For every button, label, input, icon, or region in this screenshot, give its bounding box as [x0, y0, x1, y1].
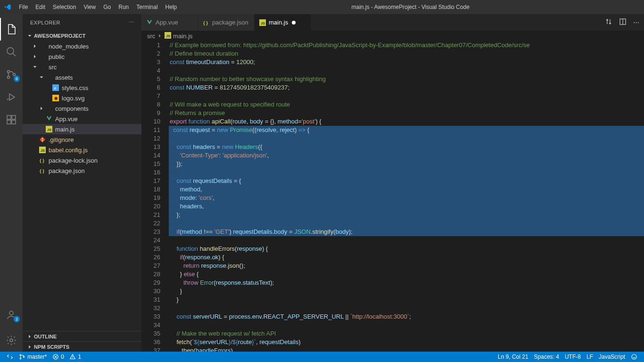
project-header[interactable]: AWESOMEPROJECT: [23, 31, 141, 41]
js-icon: JS: [45, 125, 53, 133]
code-editor[interactable]: 1234567891011121314151617181920212223242…: [141, 41, 644, 352]
svg-point-2: [8, 76, 10, 79]
activity-settings[interactable]: [0, 329, 23, 352]
menu-selection[interactable]: Selection: [49, 4, 80, 10]
status-encoding[interactable]: UTF-8: [562, 354, 584, 360]
svg-text:#: #: [54, 86, 57, 90]
tree-item-src[interactable]: src: [23, 62, 141, 72]
js-file-icon: JS: [165, 32, 171, 40]
json-icon: { }: [39, 167, 46, 174]
tabs: App.vue{ }package.jsonJSmain.js ⋯: [141, 14, 644, 31]
section-npm-scripts[interactable]: NPM SCRIPTS: [23, 341, 141, 352]
svg-rect-5: [7, 120, 11, 124]
window-title: main.js - AwesomeProject - Visual Studio…: [181, 4, 640, 10]
line-gutter: 1234567891011121314151617181920212223242…: [141, 41, 169, 352]
svg-point-0: [7, 48, 14, 54]
js-icon: JS: [39, 146, 46, 154]
menu-terminal[interactable]: Terminal: [132, 4, 161, 10]
folder-icon: [39, 53, 46, 60]
activity-accounts[interactable]: 2: [0, 304, 23, 326]
menu-go[interactable]: Go: [99, 4, 115, 10]
activitybar: 6 2: [0, 14, 23, 352]
tree-item-components[interactable]: components: [23, 103, 141, 114]
breadcrumb-file[interactable]: main.js: [173, 33, 192, 40]
split-editor-icon[interactable]: [619, 18, 627, 27]
status-branch[interactable]: master*: [16, 354, 50, 360]
status-language[interactable]: JavaScript: [596, 354, 628, 360]
tree-item-package-json[interactable]: { }package.json: [23, 165, 141, 176]
remote-icon[interactable]: [4, 354, 16, 360]
svg-point-16: [42, 138, 43, 140]
menu-file[interactable]: File: [15, 4, 32, 10]
vue-icon: [45, 115, 53, 123]
svg-icon: ✽: [52, 94, 59, 102]
svg-point-28: [20, 354, 21, 356]
svg-text:✽: ✽: [54, 96, 58, 101]
activity-explorer[interactable]: [0, 18, 23, 41]
more-actions-icon[interactable]: ⋯: [633, 19, 639, 26]
vscode-logo-icon: [4, 3, 11, 11]
status-eol[interactable]: LF: [584, 354, 596, 360]
css-icon: #: [52, 84, 59, 91]
menu-run[interactable]: Run: [115, 4, 132, 10]
vue-icon: [146, 19, 153, 26]
tree-item-styles-css[interactable]: #styles.css: [23, 82, 141, 93]
svg-rect-7: [12, 115, 16, 119]
status-problems[interactable]: 0 1: [50, 354, 84, 360]
editor-area: App.vue{ }package.jsonJSmain.js ⋯ src JS…: [141, 14, 644, 352]
menu-view[interactable]: View: [80, 4, 99, 10]
tree-item-public[interactable]: public: [23, 51, 141, 62]
file-tree: node_modulespublicsrcassets#styles.css✽l…: [23, 41, 141, 331]
activity-search[interactable]: [0, 41, 23, 63]
breadcrumbs[interactable]: src JS main.js: [141, 31, 644, 41]
accounts-badge: 2: [14, 316, 20, 322]
sidebar-header: EXPLORER ⋯: [23, 14, 141, 31]
activity-debug[interactable]: [0, 86, 23, 108]
project-name: AWESOMEPROJECT: [34, 33, 85, 39]
menu-help[interactable]: Help: [162, 4, 181, 10]
svg-text:JS: JS: [41, 148, 45, 153]
section-outline[interactable]: OUTLINE: [23, 331, 141, 341]
compare-changes-icon[interactable]: [605, 18, 612, 27]
svg-text:JS: JS: [166, 33, 171, 38]
svg-point-1: [8, 71, 10, 73]
status-spaces[interactable]: Spaces: 4: [531, 354, 562, 360]
status-feedback-icon[interactable]: [628, 354, 640, 360]
activity-extensions[interactable]: [0, 108, 23, 131]
svg-text:JS: JS: [47, 128, 52, 132]
tree-item-logo-svg[interactable]: ✽logo.svg: [23, 93, 141, 103]
folder-icon: [39, 63, 46, 71]
svg-text:{ }: { }: [40, 158, 44, 163]
tree-item-main-js[interactable]: JSmain.js: [23, 124, 141, 134]
tree-item-babel-config-js[interactable]: JSbabel.config.js: [23, 145, 141, 155]
tab-actions: ⋯: [600, 14, 644, 31]
explorer-more-icon[interactable]: ⋯: [129, 19, 134, 25]
menu-edit[interactable]: Edit: [32, 4, 49, 10]
js-icon: JS: [259, 19, 266, 26]
svg-point-32: [632, 354, 637, 360]
tree-item-package-lock-json[interactable]: { }package-lock.json: [23, 155, 141, 165]
svg-rect-4: [7, 115, 11, 119]
json-icon: { }: [39, 156, 46, 164]
code-content[interactable]: // Example borrowed from: https://github…: [169, 41, 644, 352]
breadcrumb-src[interactable]: src: [147, 33, 155, 40]
folder-icon: [39, 42, 46, 50]
svg-rect-6: [12, 120, 16, 124]
status-position[interactable]: Ln 9, Col 21: [495, 354, 531, 360]
tab-App-vue[interactable]: App.vue: [141, 14, 198, 31]
tab-package-json[interactable]: { }package.json: [198, 14, 255, 31]
folder-icon: [45, 105, 53, 112]
tab-main-js[interactable]: JSmain.js: [255, 14, 311, 31]
menubar: File Edit Selection View Go Run Terminal…: [0, 0, 644, 14]
tree-item-App-vue[interactable]: App.vue: [23, 114, 141, 124]
svg-text:JS: JS: [261, 21, 265, 25]
explorer-title: EXPLORER: [30, 20, 60, 25]
tree-item-assets[interactable]: assets: [23, 72, 141, 82]
activity-scm[interactable]: 6: [0, 63, 23, 86]
statusbar: master* 0 1 Ln 9, Col 21 Spaces: 4 UTF-8…: [0, 352, 644, 362]
svg-point-17: [42, 140, 43, 141]
tree-item--gitignore[interactable]: .gitignore: [23, 134, 141, 145]
tree-item-node_modules[interactable]: node_modules: [23, 41, 141, 51]
scm-badge: 6: [14, 75, 20, 82]
svg-point-8: [9, 311, 13, 315]
